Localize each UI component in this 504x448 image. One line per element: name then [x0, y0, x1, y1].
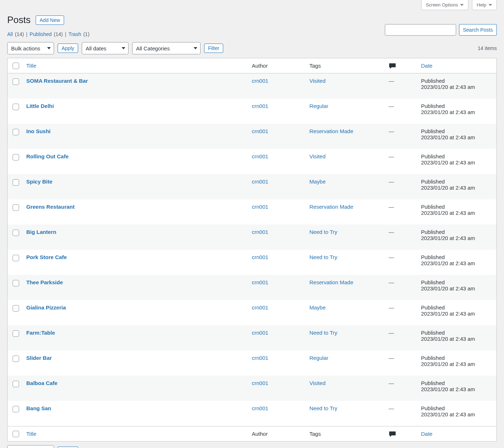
row-checkbox[interactable]: [13, 204, 19, 211]
help-tab[interactable]: Help: [472, 0, 497, 10]
author-link[interactable]: crn001: [252, 178, 269, 185]
author-link[interactable]: crn001: [252, 153, 269, 159]
tag-link[interactable]: Reservation Made: [310, 279, 354, 285]
post-title-link[interactable]: Balboa Cafe: [26, 380, 58, 386]
table-row: Big Lanterncrn001Need to Try—Published20…: [8, 225, 497, 250]
comments-count: —: [389, 330, 394, 336]
col-date-header[interactable]: Date: [421, 63, 433, 69]
tag-link[interactable]: Regular: [310, 103, 329, 109]
row-checkbox[interactable]: [13, 280, 19, 286]
row-checkbox[interactable]: [13, 255, 19, 261]
author-link[interactable]: crn001: [252, 103, 269, 109]
row-checkbox[interactable]: [13, 381, 19, 387]
author-link[interactable]: crn001: [252, 254, 269, 260]
post-date: 2023/01/20 at 2:43 am: [421, 336, 493, 342]
row-checkbox[interactable]: [13, 129, 19, 135]
row-checkbox[interactable]: [13, 356, 19, 362]
row-checkbox[interactable]: [13, 78, 19, 85]
post-title-link[interactable]: Little Delhi: [26, 103, 54, 109]
select-all-top[interactable]: [13, 63, 19, 69]
author-link[interactable]: crn001: [252, 330, 269, 336]
apply-button-top[interactable]: Apply: [58, 44, 78, 53]
author-link[interactable]: crn001: [252, 204, 269, 210]
row-checkbox[interactable]: [13, 179, 19, 186]
post-status: Published: [421, 78, 493, 84]
author-link[interactable]: crn001: [252, 380, 269, 386]
date-filter-select[interactable]: All dates: [82, 42, 129, 54]
tag-link[interactable]: Visited: [310, 153, 326, 159]
tag-link[interactable]: Reservation Made: [310, 128, 354, 134]
search-input[interactable]: [385, 24, 456, 36]
filter-all[interactable]: All: [7, 31, 13, 37]
author-link[interactable]: crn001: [252, 78, 269, 84]
author-link[interactable]: crn001: [252, 304, 269, 311]
tag-link[interactable]: Maybe: [310, 178, 326, 185]
comments-icon[interactable]: [389, 430, 396, 436]
post-date: 2023/01/20 at 2:43 am: [421, 311, 493, 317]
post-title-link[interactable]: Greens Restaurant: [26, 204, 75, 210]
posts-table: Title Author Tags Date SOMA Restaurant &…: [7, 58, 497, 442]
post-title-link[interactable]: Bang San: [26, 405, 51, 411]
author-link[interactable]: crn001: [252, 355, 269, 361]
row-checkbox[interactable]: [13, 104, 19, 110]
col-author-footer: Author: [248, 426, 306, 442]
author-link[interactable]: crn001: [252, 279, 269, 285]
post-title-link[interactable]: Spicy Bite: [26, 178, 53, 185]
table-row: Bang Sancrn001Need to Try—Published2023/…: [8, 401, 497, 426]
tag-link[interactable]: Regular: [310, 355, 329, 361]
bulk-actions-select[interactable]: Bulk actions: [7, 42, 54, 54]
category-filter-select[interactable]: All Categories: [132, 42, 201, 54]
comments-count: —: [389, 103, 394, 109]
author-link[interactable]: crn001: [252, 405, 269, 411]
tag-link[interactable]: Need to Try: [310, 405, 338, 411]
post-title-link[interactable]: Slider Bar: [26, 355, 52, 361]
row-checkbox[interactable]: [13, 406, 19, 412]
post-date: 2023/01/20 at 2:43 am: [421, 109, 493, 115]
comments-count: —: [389, 355, 394, 361]
post-title-link[interactable]: Thee Parkside: [26, 279, 63, 285]
post-title-link[interactable]: Ino Sushi: [26, 128, 51, 134]
filter-published-count: (14): [54, 31, 63, 37]
tag-link[interactable]: Need to Try: [310, 254, 338, 260]
tag-link[interactable]: Visited: [310, 78, 326, 84]
col-title-footer[interactable]: Title: [26, 431, 36, 437]
author-link[interactable]: crn001: [252, 128, 269, 134]
search-button[interactable]: Search Posts: [459, 24, 497, 36]
row-checkbox[interactable]: [13, 330, 19, 337]
post-title-link[interactable]: Farm:Table: [26, 330, 55, 336]
screen-options-tab[interactable]: Screen Options: [421, 0, 469, 10]
screen-options-label: Screen Options: [426, 2, 458, 8]
row-checkbox[interactable]: [13, 305, 19, 312]
comments-count: —: [389, 128, 394, 134]
post-title-link[interactable]: Gialina Pizzeria: [26, 304, 66, 311]
apply-button-bottom[interactable]: Apply: [58, 447, 78, 448]
filter-trash[interactable]: Trash: [68, 31, 81, 37]
comments-count: —: [389, 405, 394, 411]
filter-button[interactable]: Filter: [204, 44, 223, 53]
tag-link[interactable]: Reservation Made: [310, 204, 354, 210]
comments-icon[interactable]: [389, 62, 396, 68]
tag-link[interactable]: Visited: [310, 380, 326, 386]
filter-all-count: (14): [15, 31, 24, 37]
table-row: Gialina Pizzeriacrn001Maybe—Published202…: [8, 300, 497, 325]
post-status: Published: [421, 355, 493, 361]
col-date-footer[interactable]: Date: [421, 431, 433, 437]
comments-count: —: [389, 204, 394, 210]
col-title-header[interactable]: Title: [26, 63, 36, 69]
bulk-actions-select-bottom[interactable]: Bulk actions: [7, 445, 54, 448]
row-checkbox[interactable]: [13, 154, 19, 160]
row-checkbox[interactable]: [13, 230, 19, 236]
tag-link[interactable]: Maybe: [310, 304, 326, 311]
post-title-link[interactable]: Big Lantern: [26, 229, 56, 235]
post-title-link[interactable]: Pork Store Cafe: [26, 254, 67, 260]
filter-published[interactable]: Published: [30, 31, 52, 37]
post-title-link[interactable]: Rolling Out Cafe: [26, 153, 69, 159]
comments-count: —: [389, 153, 394, 159]
tag-link[interactable]: Need to Try: [310, 330, 338, 336]
select-all-bottom[interactable]: [13, 431, 19, 437]
tag-link[interactable]: Need to Try: [310, 229, 338, 235]
table-row: Little Delhicrn001Regular—Published2023/…: [8, 99, 497, 124]
author-link[interactable]: crn001: [252, 229, 269, 235]
add-new-button[interactable]: Add New: [36, 15, 64, 25]
post-title-link[interactable]: SOMA Restaurant & Bar: [26, 78, 88, 84]
